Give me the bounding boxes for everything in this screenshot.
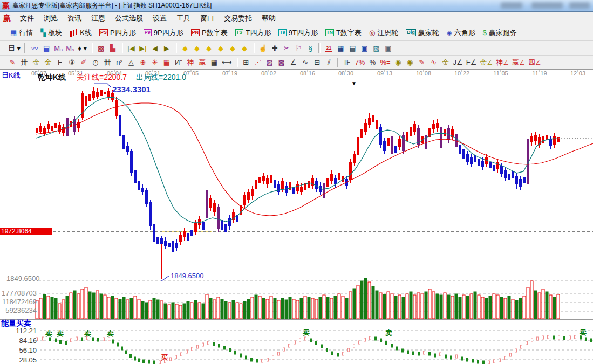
gold-tool[interactable]: 金 — [440, 57, 452, 68]
box-2-tool[interactable]: ⊟ — [311, 57, 323, 68]
clock-cycle-tool[interactable]: ◷ — [90, 57, 101, 68]
f-ruler-tool[interactable]: F — [54, 57, 66, 68]
diamond-tool-left[interactable]: ◆ — [179, 43, 191, 53]
gold-ruler-1-tool[interactable]: 金 — [30, 57, 42, 68]
zigzag-2-tool[interactable]: ∿ — [299, 57, 311, 68]
detail-list-tool[interactable]: ▤ — [40, 43, 52, 53]
wave-line-tool[interactable]: ∿ — [428, 57, 440, 68]
p-square-button[interactable]: PSP四方形 — [96, 26, 140, 39]
gann-wheel-button[interactable]: ◎江恩轮 — [365, 26, 402, 39]
menu-settings[interactable]: 设置 — [148, 12, 172, 24]
angle-line-tool[interactable]: ∠ — [288, 57, 299, 68]
pattern-box-tool[interactable]: ▩ — [95, 43, 107, 53]
candle-style-tool[interactable]: ♦ ▾ — [76, 43, 88, 53]
t-number-table-button[interactable]: TNT数字表 — [322, 26, 365, 39]
hand-tool[interactable]: ☝ — [257, 43, 269, 53]
save-tool[interactable]: ▣ — [358, 43, 370, 53]
period-selector[interactable]: 日 ▾ — [6, 43, 22, 53]
chart-area[interactable] — [0, 70, 593, 364]
width-tool[interactable]: ⟷ — [220, 57, 234, 68]
main-chart-canvas[interactable] — [0, 70, 593, 364]
market-quotes-button[interactable]: ▦行情 — [6, 26, 37, 39]
step-back-button[interactable]: ◀ — [149, 43, 161, 53]
shen-angle-tool[interactable]: 神∠ — [494, 57, 510, 68]
zigzag-tool[interactable]: 〰 — [29, 43, 40, 53]
diamond-tool-x[interactable]: ◆ — [215, 43, 227, 53]
ying-tool[interactable]: 赢 — [196, 57, 208, 68]
winner-service-button[interactable]: $赢家服务 — [479, 26, 521, 39]
jump-first-button[interactable]: |◀ — [125, 43, 137, 53]
hatch-tool[interactable]: ⫽ — [323, 57, 335, 68]
angle-tool[interactable]: △ — [125, 57, 137, 68]
n-quote-tool[interactable]: И" — [173, 57, 185, 68]
gold-circle-2-tool[interactable]: ◉ — [404, 57, 416, 68]
menu-news[interactable]: 资讯 — [63, 12, 86, 24]
grid-123-tool[interactable]: ▦ — [208, 57, 220, 68]
system-tool[interactable]: ▣ — [382, 43, 394, 53]
calendar-tool[interactable]: 21 — [323, 43, 335, 53]
sectors-button[interactable]: ▚板块 — [37, 26, 66, 39]
chart-export-tool[interactable]: ▧ — [370, 43, 382, 53]
ruler-tool[interactable]: 卅 — [18, 57, 30, 68]
volume-profile-tool[interactable]: ▙ — [107, 43, 119, 53]
star-ray-tool[interactable]: ✳ — [149, 57, 161, 68]
si-angle-tool[interactable]: 四∠ — [527, 57, 543, 68]
gold-ruler-2-tool[interactable]: 金 — [42, 57, 54, 68]
t-square-button[interactable]: TST四方形 — [231, 26, 275, 39]
winner-wheel-button[interactable]: Big赢家轮 — [402, 26, 443, 39]
menu-tools[interactable]: 工具 — [172, 12, 195, 24]
percent-tool[interactable]: % — [366, 57, 378, 68]
menu-window[interactable]: 窗口 — [195, 12, 219, 24]
9t-square-button[interactable]: T99T四方形 — [275, 26, 322, 39]
step-forward-button[interactable]: ▶ — [161, 43, 173, 53]
section-tool[interactable]: § — [304, 43, 316, 53]
calculator-tool[interactable]: ▦ — [335, 43, 346, 53]
purple-grid-tool[interactable]: ▩ — [276, 57, 288, 68]
percent-lines-tool[interactable]: %= — [378, 57, 392, 68]
scale-tool[interactable]: 卌 — [101, 57, 113, 68]
gold-angle-tool[interactable]: 金∠ — [478, 57, 494, 68]
brush-tool[interactable]: ✎ — [6, 57, 18, 68]
menu-help[interactable]: 帮助 — [257, 12, 281, 24]
cut-tool[interactable]: ✂ — [281, 43, 292, 53]
compass-tool[interactable]: ⊕ — [137, 57, 149, 68]
menu-gann[interactable]: 江恩 — [86, 12, 110, 24]
menu-file[interactable]: 文件 — [15, 12, 39, 24]
date-tick-label: 09-13 — [373, 70, 397, 77]
brush-2-tool[interactable]: ✐ — [78, 57, 90, 68]
grid-box-tool[interactable]: ⊞ — [240, 57, 252, 68]
wave-3-tool[interactable]: M₃ — [52, 43, 64, 53]
flag-tool[interactable]: ⚐ — [292, 43, 304, 53]
menu-browse[interactable]: 浏览 — [39, 12, 63, 24]
purple-box-tool[interactable]: ▨ — [264, 57, 276, 68]
notes-tool[interactable]: ▤ — [346, 43, 358, 53]
diamond-tool-h[interactable]: ◆ — [203, 43, 215, 53]
diamond-tool-v[interactable]: ◆ — [227, 43, 238, 53]
energy-axis-label: 112.21 — [1, 327, 37, 335]
percent-ruler-tool[interactable]: ⊪ — [342, 57, 353, 68]
ying-angle-tool[interactable]: 赢∠ — [510, 57, 527, 68]
diamond-tool-right[interactable]: ◆ — [191, 43, 203, 53]
three-ruler-tool[interactable]: ③ — [66, 57, 78, 68]
pane-label-daily-kline[interactable]: 日K线 — [2, 71, 21, 80]
j-angle-tool[interactable]: J∠ — [452, 57, 465, 68]
fan-lines-tool[interactable]: ⋰ — [252, 57, 264, 68]
shen-tool[interactable]: 神 — [185, 57, 196, 68]
diamond-tool-all[interactable]: ◆ — [238, 43, 250, 53]
jump-last-button[interactable]: ▶| — [137, 43, 149, 53]
menu-trade-order[interactable]: 交易委托 — [219, 12, 257, 24]
brush-3-tool[interactable]: ✎ — [416, 57, 428, 68]
gold-circle-tool[interactable]: ◉ — [392, 57, 404, 68]
crosshair-tool[interactable]: ✚ — [269, 43, 281, 53]
hexagon-button[interactable]: ◈六角形 — [443, 26, 479, 39]
seven-percent-tool[interactable]: 7% — [353, 57, 367, 68]
menu-formula-stock-pick[interactable]: 公式选股 — [110, 12, 148, 24]
p-number-table-button[interactable]: PNP数字表 — [187, 26, 231, 39]
kline-button[interactable]: K线 — [66, 26, 96, 39]
n2-tool[interactable]: n² — [113, 57, 125, 68]
wave-9-tool[interactable]: M₉ — [64, 43, 76, 53]
grid-target-tool[interactable]: ▦ — [161, 57, 173, 68]
9p-square-button[interactable]: P99P四方形 — [140, 26, 187, 39]
marked-price-label: 1972.8064 — [0, 228, 52, 235]
f-angle-tool[interactable]: F∠ — [465, 57, 479, 68]
